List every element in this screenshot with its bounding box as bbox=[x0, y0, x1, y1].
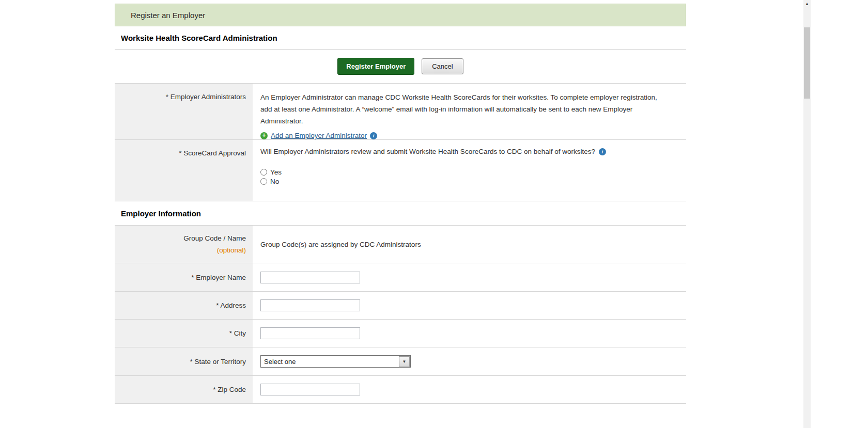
employer-administrators-description: An Employer Administrator can manage CDC… bbox=[260, 91, 661, 127]
employer-administrators-label-text: * Employer Administrators bbox=[166, 93, 246, 101]
address-content bbox=[253, 292, 686, 319]
info-icon[interactable]: i bbox=[370, 132, 377, 139]
vertical-scrollbar[interactable]: ▲ bbox=[803, 0, 811, 428]
address-label-text: * Address bbox=[216, 302, 246, 309]
city-label: * City bbox=[115, 320, 253, 347]
state-select[interactable]: Select one ▼ bbox=[260, 355, 411, 368]
group-code-row: Group Code / Name (optional) Group Code(… bbox=[115, 226, 686, 263]
no-radio-label: No bbox=[270, 178, 279, 185]
address-label: * Address bbox=[115, 292, 253, 319]
scorecard-approval-radio-group: Yes No bbox=[260, 168, 686, 185]
state-content: Select one ▼ bbox=[253, 347, 686, 375]
info-icon[interactable]: i bbox=[599, 148, 606, 155]
scorecard-approval-question-line: Will Employer Administrators review and … bbox=[260, 148, 686, 155]
zip-code-label-text: * Zip Code bbox=[213, 386, 246, 393]
chevron-down-icon[interactable]: ▼ bbox=[399, 356, 410, 367]
scorecard-approval-label: * ScoreCard Approval bbox=[115, 140, 253, 201]
employer-name-content bbox=[253, 263, 686, 291]
radio-option-yes[interactable]: Yes bbox=[260, 168, 686, 176]
city-label-text: * City bbox=[229, 329, 246, 337]
group-code-label: Group Code / Name (optional) bbox=[115, 226, 253, 263]
address-row: * Address bbox=[115, 292, 686, 320]
register-employer-button[interactable]: Register Employer bbox=[337, 58, 414, 75]
scroll-up-glyph: ▲ bbox=[805, 2, 809, 6]
employer-administrators-row: * Employer Administrators An Employer Ad… bbox=[115, 84, 686, 140]
group-code-label-text: Group Code / Name bbox=[183, 234, 246, 242]
state-label-text: * State or Territory bbox=[190, 358, 246, 366]
employer-administrators-content: An Employer Administrator can manage CDC… bbox=[253, 84, 686, 139]
register-employer-form: Register an Employer Worksite Health Sco… bbox=[115, 4, 686, 404]
cancel-button[interactable]: Cancel bbox=[422, 58, 463, 74]
city-input[interactable] bbox=[260, 327, 360, 339]
add-circle-icon[interactable]: + bbox=[260, 132, 268, 139]
state-label: * State or Territory bbox=[115, 347, 253, 375]
group-code-note: Group Code(s) are assigned by CDC Admini… bbox=[260, 241, 686, 248]
employer-name-row: * Employer Name bbox=[115, 263, 686, 292]
scroll-up-arrow[interactable]: ▲ bbox=[803, 0, 811, 8]
scrollbar-thumb[interactable] bbox=[804, 27, 810, 99]
admin-section-heading: Worksite Health ScoreCard Administration bbox=[115, 26, 686, 50]
state-row: * State or Territory Select one ▼ bbox=[115, 347, 686, 376]
group-code-content: Group Code(s) are assigned by CDC Admini… bbox=[253, 226, 686, 263]
yes-radio-label: Yes bbox=[270, 168, 282, 176]
employer-name-label-text: * Employer Name bbox=[191, 274, 246, 281]
radio-option-no[interactable]: No bbox=[260, 178, 686, 185]
city-row: * City bbox=[115, 320, 686, 347]
add-employer-administrator-link[interactable]: Add an Employer Administrator bbox=[271, 132, 367, 139]
yes-radio[interactable] bbox=[260, 169, 267, 176]
form-title-bar: Register an Employer bbox=[115, 4, 686, 26]
address-input[interactable] bbox=[260, 299, 360, 311]
city-content bbox=[253, 320, 686, 347]
employer-name-input[interactable] bbox=[260, 272, 360, 283]
admin-section-heading-text: Worksite Health ScoreCard Administration bbox=[121, 34, 277, 42]
zip-code-row: * Zip Code bbox=[115, 376, 686, 404]
zip-code-content bbox=[253, 376, 686, 403]
form-title: Register an Employer bbox=[131, 11, 205, 20]
employer-administrators-label: * Employer Administrators bbox=[115, 84, 253, 139]
zip-code-input[interactable] bbox=[260, 384, 360, 395]
add-administrator-line: + Add an Employer Administrator i bbox=[260, 132, 686, 139]
state-select-value: Select one bbox=[261, 358, 296, 366]
scorecard-approval-question: Will Employer Administrators review and … bbox=[260, 148, 595, 155]
employer-information-heading-text: Employer Information bbox=[121, 209, 201, 218]
group-code-optional-text: (optional) bbox=[217, 246, 246, 254]
employer-information-heading: Employer Information bbox=[115, 201, 686, 226]
scorecard-approval-row: * ScoreCard Approval Will Employer Admin… bbox=[115, 140, 686, 201]
zip-code-label: * Zip Code bbox=[115, 376, 253, 403]
chevron-down-glyph: ▼ bbox=[402, 359, 407, 364]
no-radio[interactable] bbox=[260, 178, 267, 185]
scorecard-approval-label-text: * ScoreCard Approval bbox=[179, 149, 246, 157]
form-actions: Register Employer Cancel bbox=[115, 50, 686, 84]
scorecard-approval-content: Will Employer Administrators review and … bbox=[253, 140, 686, 201]
employer-name-label: * Employer Name bbox=[115, 263, 253, 291]
